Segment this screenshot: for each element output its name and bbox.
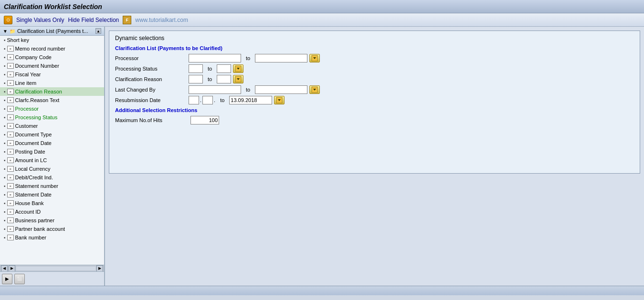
tree-item[interactable]: •≡Amount in LC	[0, 156, 104, 165]
date-sep2: .	[214, 97, 215, 103]
tree-bullet-icon: •	[4, 141, 6, 146]
last-changed-arrow-btn[interactable]	[309, 85, 320, 94]
last-changed-to-input[interactable]	[255, 85, 307, 94]
tree-item[interactable]: •≡Account ID	[0, 207, 104, 216]
doc-icon: ≡	[7, 166, 14, 172]
form-row-resubmission-date: Resubmission Date . . to	[115, 96, 634, 104]
doc-icon: ≡	[7, 192, 14, 197]
tree-item[interactable]: •≡Customer	[0, 122, 104, 130]
processing-status-arrow-btn[interactable]	[233, 64, 243, 73]
tree-item[interactable]: •≡Statement number	[0, 182, 104, 190]
section1-header: Clarification List (Payments to be Clari…	[115, 45, 634, 51]
page-title: Clarification Worklist Selection	[4, 3, 102, 10]
single-values-link[interactable]: Single Values Only	[16, 17, 64, 23]
tree-bullet-icon: •	[4, 72, 6, 77]
resubmission-date-arrow-btn[interactable]	[274, 96, 285, 104]
tree-bullet-icon: •	[4, 235, 6, 240]
tree-item[interactable]: •≡Processing Status	[0, 113, 104, 122]
tree-item[interactable]: •≡Clarification Reason	[0, 87, 104, 96]
processing-status-to-input[interactable]	[217, 64, 231, 73]
tree-item[interactable]: •≡Document Type	[0, 130, 104, 139]
tree-item[interactable]: •≡Memo record number	[0, 44, 104, 53]
tree-item[interactable]: •≡Clarfc.Reason Text	[0, 96, 104, 104]
additional-restrictions-link[interactable]: Additional Selection Restrictions	[115, 107, 634, 113]
tree-item[interactable]: •≡Statement Date	[0, 190, 104, 199]
doc-icon: ≡	[7, 89, 14, 94]
date-sep1: .	[200, 97, 201, 103]
tree-item-label: Account ID	[15, 209, 41, 215]
tree-item-label: Debit/Credit Ind.	[15, 175, 53, 180]
tree-collapse-icon[interactable]: ▼	[3, 29, 8, 34]
doc-icon: ≡	[7, 72, 14, 77]
tree-item[interactable]: •≡Debit/Credit Ind.	[0, 173, 104, 182]
tree-bullet-icon: •	[4, 209, 6, 215]
hide-field-link[interactable]: Hide Field Selection	[68, 17, 119, 23]
last-changed-from-input[interactable]	[189, 85, 241, 94]
tree-bullet-icon: •	[4, 46, 6, 52]
processor-arrow-btn[interactable]	[309, 54, 320, 62]
tree-bullet-icon: •	[4, 98, 6, 103]
tree-header-label: Clarification List (Payments t...	[17, 28, 88, 34]
tree-item[interactable]: •Short key	[0, 36, 104, 44]
toolbar-circle-icon[interactable]: ⊙	[4, 16, 12, 24]
tree-item-label: Clarfc.Reason Text	[15, 97, 60, 103]
resubmission-from-day[interactable]	[189, 96, 199, 104]
stop-button[interactable]: ⬜	[14, 274, 25, 284]
tree-item-label: Memo record number	[15, 46, 65, 52]
clarification-reason-arrow-btn[interactable]	[233, 75, 243, 83]
scroll-right[interactable]: ▶	[9, 265, 15, 272]
left-panel: ▼ 📁 Clarification List (Payments t... ▲ …	[0, 27, 105, 286]
form-row-processing-status: Processing Status to	[115, 64, 634, 73]
scroll-right2[interactable]: ▶	[96, 265, 103, 272]
to-label-last-changed: to	[246, 87, 250, 93]
resubmission-from-month[interactable]	[202, 96, 213, 104]
tree-item-label: Customer	[15, 123, 38, 129]
tree-scroll-up[interactable]: ▲	[95, 28, 101, 34]
tree-item[interactable]: •≡House Bank	[0, 199, 104, 207]
doc-icon: ≡	[7, 80, 14, 86]
label-processing-status: Processing Status	[115, 66, 187, 72]
tree-item-label: Local Currency	[15, 166, 51, 172]
tree-bullet-icon: •	[4, 158, 6, 163]
label-last-changed-by: Last Changed By	[115, 87, 187, 93]
tree-item-label: Partner bank account	[15, 226, 65, 232]
tree-scroll: •Short key•≡Memo record number•≡Company …	[0, 36, 104, 265]
tree-item[interactable]: •≡Document Date	[0, 139, 104, 147]
field-icon[interactable]: F	[123, 16, 131, 24]
tree-item-label: Clarification Reason	[15, 89, 62, 94]
play-button[interactable]: ▶	[2, 274, 12, 284]
doc-icon: ≡	[7, 175, 14, 180]
tree-item[interactable]: •≡Line item	[0, 79, 104, 87]
doc-icon: ≡	[7, 209, 14, 215]
doc-icon: ≡	[7, 235, 14, 240]
tree-item[interactable]: •≡Business partner	[0, 216, 104, 225]
doc-icon: ≡	[7, 123, 14, 129]
form-row-processor: Processor to	[115, 54, 634, 62]
tree-item-label: Processor	[15, 106, 39, 112]
clarification-reason-from-input[interactable]	[189, 75, 203, 83]
resubmission-to-date-input[interactable]	[229, 96, 272, 104]
tree-item[interactable]: •≡Bank number	[0, 233, 104, 242]
tree-bullet-icon: •	[4, 175, 6, 180]
processing-status-from-input[interactable]	[189, 64, 203, 73]
tree-item-label: Amount in LC	[15, 157, 47, 163]
doc-icon: ≡	[7, 157, 14, 163]
hits-input[interactable]	[190, 116, 219, 124]
scroll-left[interactable]: ◀	[1, 265, 8, 272]
tree-item[interactable]: •≡Partner bank account	[0, 225, 104, 233]
tree-bullet-icon: •	[4, 192, 6, 197]
tree-item[interactable]: •≡Company Code	[0, 53, 104, 62]
tree-item[interactable]: •≡Posting Date	[0, 147, 104, 156]
tree-item-label: Document Date	[15, 140, 52, 146]
tree-item[interactable]: •≡Document Number	[0, 62, 104, 70]
processor-to-input[interactable]	[255, 54, 307, 62]
form-row-last-changed-by: Last Changed By to	[115, 85, 634, 94]
tree-bullet-icon: •	[4, 89, 6, 94]
tree-item[interactable]: •≡Fiscal Year	[0, 70, 104, 79]
tree-item[interactable]: •≡Processor	[0, 104, 104, 113]
tree-item[interactable]: •≡Local Currency	[0, 165, 104, 173]
tree-item-label: Business partner	[15, 217, 55, 223]
clarification-reason-to-input[interactable]	[217, 75, 231, 83]
processor-from-input[interactable]	[189, 54, 241, 62]
tree-bullet-icon: •	[4, 227, 6, 232]
